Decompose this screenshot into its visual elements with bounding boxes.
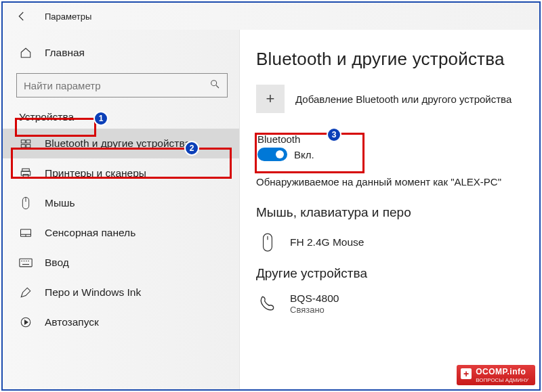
search-input[interactable] [24, 80, 209, 91]
section-other-devices: Другие устройства [256, 266, 527, 281]
svg-rect-2 [26, 140, 30, 144]
add-device-label: Добавление Bluetooth или другого устройс… [295, 93, 512, 105]
sidebar-item-label: Ввод [45, 257, 69, 269]
keyboard-icon [19, 256, 33, 269]
autoplay-icon [19, 315, 33, 329]
sidebar-section-devices: Устройства [3, 106, 239, 129]
sidebar-item-label: Принтеры и сканеры [45, 167, 146, 179]
sidebar-home[interactable]: Главная [3, 38, 239, 68]
sidebar-item-autoplay[interactable]: Автозапуск [3, 307, 239, 337]
sidebar-item-label: Bluetooth и другие устройства [45, 137, 190, 150]
back-button[interactable] [11, 5, 33, 27]
search-box[interactable] [16, 73, 228, 97]
sidebar-item-bluetooth[interactable]: Bluetooth и другие устройства [3, 129, 239, 158]
sidebar-item-mouse[interactable]: Мышь [3, 188, 239, 218]
settings-window: Параметры Главная Устройства [1, 1, 541, 391]
sidebar-item-label: Перо и Windows Ink [45, 286, 141, 299]
section-mouse-keyboard: Мышь, клавиатура и перо [256, 205, 527, 220]
svg-rect-4 [26, 145, 30, 148]
device-name: BQS-4800 [290, 292, 339, 305]
bluetooth-devices-icon [19, 137, 33, 150]
page-title: Bluetooth и другие устройства [256, 49, 527, 70]
mouse-device-icon [256, 231, 279, 254]
sidebar-item-typing[interactable]: Ввод [3, 248, 239, 278]
sidebar-item-pen[interactable]: Перо и Windows Ink [3, 278, 239, 307]
bluetooth-state: Вкл. [294, 149, 314, 160]
mouse-icon [19, 196, 33, 210]
svg-rect-6 [21, 171, 30, 175]
sidebar-home-label: Главная [45, 47, 85, 59]
watermark: + OCOMP.info ВОПРОСЫ АДМИНУ [457, 365, 535, 385]
sidebar-item-label: Мышь [45, 197, 75, 209]
svg-rect-13 [20, 259, 32, 267]
device-status: Связано [290, 305, 339, 315]
sidebar-item-label: Автозапуск [45, 316, 99, 328]
plus-icon: + [256, 85, 285, 113]
svg-point-0 [211, 81, 217, 86]
printer-icon [19, 167, 33, 180]
svg-rect-5 [22, 169, 30, 171]
svg-rect-3 [21, 145, 25, 148]
titlebar: Параметры [3, 3, 539, 30]
main-panel: Bluetooth и другие устройства + Добавлен… [240, 30, 539, 389]
svg-rect-7 [23, 175, 28, 178]
device-mouse-row[interactable]: FH 2.4G Mouse [256, 227, 527, 266]
sidebar-item-touchpad[interactable]: Сенсорная панель [3, 218, 239, 248]
discoverable-text: Обнаруживаемое на данный момент как "ALE… [256, 176, 527, 188]
home-icon [19, 46, 33, 60]
watermark-title: OCOMP.info [476, 368, 528, 377]
search-icon [209, 79, 220, 92]
watermark-sub: ВОПРОСЫ АДМИНУ [476, 377, 528, 383]
sidebar-item-printers[interactable]: Принтеры и сканеры [3, 158, 239, 188]
sidebar-item-label: Сенсорная панель [45, 227, 136, 239]
watermark-plus-icon: + [461, 368, 472, 379]
svg-rect-1 [21, 140, 25, 144]
bluetooth-toggle[interactable] [257, 148, 287, 161]
pen-icon [19, 286, 33, 299]
window-title: Параметры [45, 12, 91, 22]
sidebar: Главная Устройства Bluetooth и другие ус… [3, 30, 240, 389]
touchpad-icon [19, 226, 33, 240]
bluetooth-label: Bluetooth [257, 133, 314, 145]
device-phone-row[interactable]: BQS-4800 Связано [256, 288, 527, 327]
device-name: FH 2.4G Mouse [290, 236, 364, 248]
add-device-button[interactable]: + Добавление Bluetooth или другого устро… [256, 85, 527, 113]
phone-icon [256, 292, 279, 315]
